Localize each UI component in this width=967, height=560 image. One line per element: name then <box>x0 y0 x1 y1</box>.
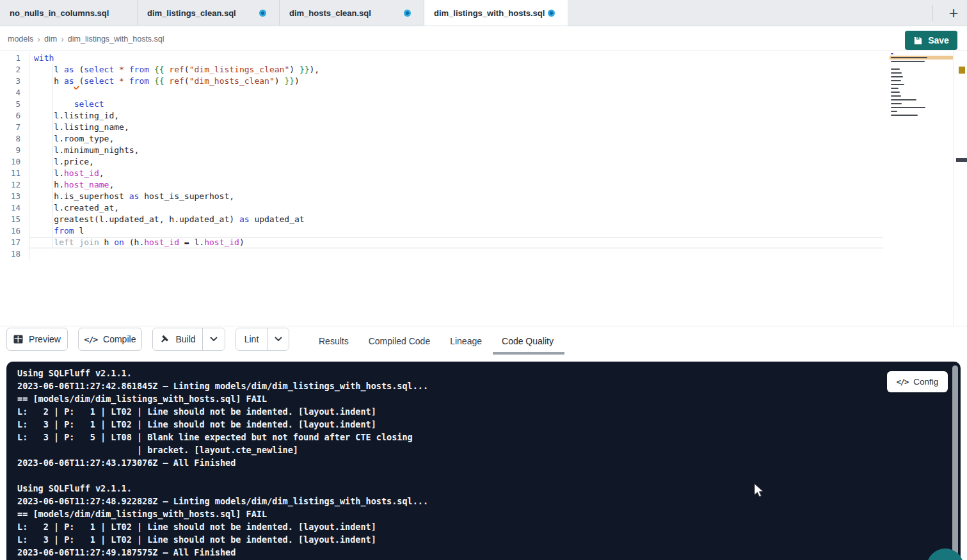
editor-tab[interactable]: dim_listings_with_hosts.sql <box>424 0 568 26</box>
code-line[interactable]: h.is_superhost as host_is_superhost, <box>29 191 883 202</box>
code-line[interactable]: from l <box>29 225 883 237</box>
code-editor[interactable]: 123456789101112131415161718 with l as (s… <box>0 51 967 326</box>
code-token: "dim_listings_clean" <box>189 65 290 74</box>
panel-tabs: ResultsCompiled CodeLineageCode Quality <box>319 326 554 355</box>
code-token: }} <box>300 65 310 74</box>
breadcrumb-item[interactable]: models <box>8 35 33 44</box>
compile-button[interactable]: </> Compile <box>78 328 142 351</box>
unsaved-changes-icon <box>548 10 555 17</box>
minimap-line <box>891 95 901 97</box>
line-number: 13 <box>0 191 20 202</box>
code-token: = l. <box>179 237 204 247</box>
code-line[interactable]: l.listing_id, <box>29 110 883 122</box>
minimap[interactable] <box>890 52 954 128</box>
line-number: 11 <box>0 168 20 179</box>
config-button[interactable]: </> Config <box>887 371 948 392</box>
code-token: , <box>109 180 114 189</box>
code-line[interactable]: l.created_at, <box>29 202 883 214</box>
chevron-down-icon <box>210 337 218 342</box>
code-line[interactable]: left join h on (h.host_id = l.host_id) <box>29 237 883 248</box>
scrollbar-warning-marker <box>959 67 965 74</box>
panel-tab-compiled-code[interactable]: Compiled Code <box>369 326 431 355</box>
code-token: h <box>99 237 114 247</box>
code-token: * <box>119 76 124 86</box>
compile-label: Compile <box>103 334 136 344</box>
code-token: host_id <box>144 237 179 247</box>
indent-guide <box>52 64 52 248</box>
breadcrumb-item[interactable]: dim <box>44 35 57 44</box>
code-token <box>149 65 154 74</box>
lint-options-button[interactable] <box>267 328 289 350</box>
tab-label: dim_listings_with_hosts.sql <box>434 8 545 18</box>
code-line[interactable]: l.listing_name, <box>29 122 883 133</box>
minimap-line <box>891 115 918 116</box>
code-token: as <box>239 214 250 224</box>
new-tab-button[interactable]: + <box>942 1 965 24</box>
code-token: {{ <box>154 76 164 86</box>
code-line[interactable]: select <box>29 99 883 110</box>
line-number: 12 <box>0 179 20 191</box>
line-number: 7 <box>0 122 20 133</box>
code-token <box>124 76 129 86</box>
code-line[interactable]: greatest(l.updated_at, h.updated_at) as … <box>29 214 883 225</box>
code-token: ref <box>169 76 184 86</box>
plus-icon: + <box>949 4 959 22</box>
editor-tab[interactable]: no_nulls_in_columns.sql <box>0 0 138 26</box>
panel-tab-results[interactable]: Results <box>319 326 349 355</box>
code-token: l.listing_name, <box>34 122 129 132</box>
breadcrumb-item[interactable]: dim_listings_with_hosts.sql <box>68 35 164 44</box>
hammer-icon <box>159 334 170 344</box>
code-token: ( <box>184 76 189 86</box>
build-options-button[interactable] <box>202 328 225 350</box>
editor-scrollbar-thumb[interactable] <box>956 158 967 162</box>
editor-tab[interactable]: dim_hosts_clean.sql <box>280 0 424 26</box>
panel-tab-lineage[interactable]: Lineage <box>450 326 482 355</box>
code-token <box>124 65 129 74</box>
code-token: l.minimum_nights, <box>34 145 139 155</box>
minimap-line <box>891 80 901 81</box>
code-token: on <box>114 237 124 247</box>
code-line[interactable]: with <box>29 52 883 64</box>
code-lines: with l as (select * from {{ ref("dim_lis… <box>29 52 883 260</box>
panel-tab-code-quality[interactable]: Code Quality <box>502 326 554 355</box>
code-token: host_id <box>204 237 239 247</box>
code-line[interactable]: l.minimum_nights, <box>29 145 883 156</box>
code-token: , <box>99 168 104 178</box>
line-number: 8 <box>0 133 20 145</box>
code-line[interactable]: l as (select * from {{ ref("dim_listings… <box>29 64 883 76</box>
editor-tab[interactable]: dim_listings_clean.sql <box>138 0 280 26</box>
code-line[interactable]: h.host_name, <box>29 179 883 191</box>
code-token: {{ <box>154 65 164 74</box>
code-token: ), <box>310 65 320 74</box>
scrollbar-track <box>953 51 954 326</box>
minimap-line <box>891 107 925 108</box>
breadcrumb: models›dim›dim_listings_with_hosts.sql <box>8 26 164 51</box>
code-line[interactable] <box>29 248 883 260</box>
line-number: 14 <box>0 202 20 214</box>
code-token <box>114 76 119 86</box>
code-line[interactable]: l.price, <box>29 156 883 168</box>
lint-split-button: Lint <box>236 328 289 351</box>
build-label: Build <box>175 334 195 344</box>
terminal-scrollbar-thumb[interactable] <box>952 365 958 555</box>
line-number: 3 <box>0 76 20 87</box>
line-number: 1 <box>0 52 20 64</box>
code-line[interactable]: l.host_id, <box>29 168 883 179</box>
code-token: h.is_superhost <box>34 191 129 201</box>
chevron-right-icon: › <box>61 34 64 44</box>
lint-label: Lint <box>244 334 259 344</box>
build-button[interactable]: Build <box>153 328 202 350</box>
tabs-container: no_nulls_in_columns.sqldim_listings_clea… <box>0 0 568 26</box>
code-token: l.room_type, <box>34 134 114 143</box>
code-line[interactable]: h as (select * from {{ ref("dim_hosts_cl… <box>29 76 883 87</box>
code-icon: </> <box>84 335 97 344</box>
preview-button[interactable]: Preview <box>6 328 68 351</box>
code-token: from <box>129 65 149 74</box>
save-button[interactable]: Save <box>905 31 957 50</box>
action-toolbar: Preview </> Compile Build Lin <box>0 326 967 355</box>
code-line[interactable] <box>29 87 883 99</box>
code-line[interactable]: l.room_type, <box>29 133 883 145</box>
code-token: ) <box>275 76 285 86</box>
code-token: l. <box>34 168 64 178</box>
lint-button[interactable]: Lint <box>236 328 267 350</box>
